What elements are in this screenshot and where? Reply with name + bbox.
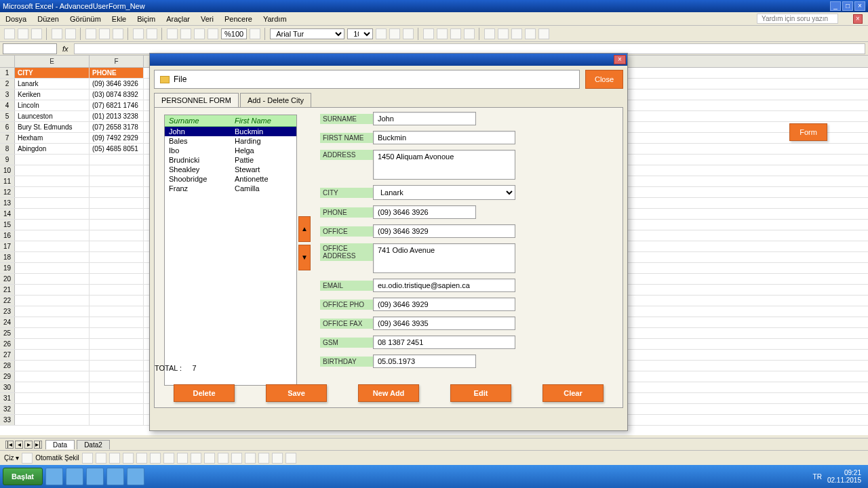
paste-icon[interactable]: [113, 28, 123, 39]
italic-icon[interactable]: [389, 28, 400, 39]
copy-icon[interactable]: [99, 28, 110, 39]
new-add-button[interactable]: New Add: [358, 384, 419, 402]
field-firstname[interactable]: [373, 131, 515, 144]
currency-icon[interactable]: [484, 28, 495, 39]
tab-nav-last-icon[interactable]: ▸|: [34, 441, 42, 449]
menu-araclar[interactable]: Araçlar: [166, 15, 190, 23]
picture-icon[interactable]: [177, 453, 188, 464]
menu-yardim[interactable]: Yardım: [263, 15, 287, 23]
preview-icon[interactable]: [65, 28, 76, 39]
field-office-address[interactable]: 741 Odio Avenue: [373, 243, 515, 273]
zoom-box[interactable]: %100: [221, 28, 247, 39]
linecolor-icon[interactable]: [204, 453, 215, 464]
field-email[interactable]: [373, 279, 515, 292]
font-name[interactable]: Arial Tur: [270, 28, 344, 39]
tab-personnel[interactable]: PERSONNEL FORM: [154, 93, 239, 107]
sheet-data2[interactable]: Data2: [77, 440, 110, 449]
sum-icon[interactable]: [167, 28, 178, 39]
align-right-icon[interactable]: [450, 28, 461, 39]
align-center-icon[interactable]: [437, 28, 448, 39]
taskbar-ie-icon[interactable]: [45, 468, 63, 485]
col-F[interactable]: F: [90, 56, 144, 67]
clipart-icon[interactable]: [163, 453, 174, 464]
field-birthday[interactable]: [373, 354, 476, 368]
list-item[interactable]: SheakleyStewart: [165, 165, 296, 174]
menu-veri[interactable]: Veri: [201, 15, 214, 23]
select-icon[interactable]: [22, 453, 33, 464]
field-city[interactable]: Lanark: [373, 185, 515, 200]
percent-icon[interactable]: [498, 28, 509, 39]
wordart-icon[interactable]: [150, 453, 161, 464]
open-icon[interactable]: [18, 28, 28, 39]
delete-button[interactable]: Delete: [174, 384, 235, 402]
field-address[interactable]: 1450 Aliquam Avonoue: [373, 150, 515, 180]
new-icon[interactable]: [4, 28, 15, 39]
arrow-icon[interactable]: [96, 453, 106, 464]
taskbar-chrome-icon[interactable]: [86, 468, 104, 485]
tab-nav-prev-icon[interactable]: ◂: [15, 441, 23, 449]
col-E[interactable]: E: [15, 56, 90, 67]
textbox-icon[interactable]: [136, 453, 147, 464]
linestyle-icon[interactable]: [231, 453, 242, 464]
line-icon[interactable]: [82, 453, 93, 464]
autoshapes-menu[interactable]: Otomatik Şekil: [35, 454, 79, 462]
field-surname[interactable]: [373, 112, 476, 125]
list-item[interactable]: BrudnickiPattie: [165, 155, 296, 165]
arrowstyle-icon[interactable]: [258, 453, 269, 464]
list-item[interactable]: BalesHarding: [165, 136, 296, 146]
sheet-data[interactable]: Data: [45, 440, 75, 449]
edit-button[interactable]: Edit: [450, 384, 511, 402]
fill-color-icon[interactable]: [525, 28, 536, 39]
oval-icon[interactable]: [123, 453, 134, 464]
spin-up-icon[interactable]: ▲: [298, 216, 311, 242]
sort-desc-icon[interactable]: [194, 28, 205, 39]
maximize-icon[interactable]: □: [842, 1, 853, 11]
name-box[interactable]: [3, 43, 57, 54]
field-phone[interactable]: [373, 205, 476, 219]
menu-ekle[interactable]: Ekle: [112, 15, 126, 23]
font-size[interactable]: 10: [347, 28, 373, 39]
save-button[interactable]: Save: [266, 384, 327, 402]
menu-bicim[interactable]: Biçim: [137, 15, 155, 23]
dashstyle-icon[interactable]: [245, 453, 256, 464]
menu-pencere[interactable]: Pencere: [224, 15, 252, 23]
align-left-icon[interactable]: [423, 28, 434, 39]
borders-icon[interactable]: [511, 28, 522, 39]
underline-icon[interactable]: [403, 28, 414, 39]
doc-close-icon[interactable]: ×: [853, 14, 863, 24]
list-item[interactable]: IboHelga: [165, 146, 296, 155]
sort-asc-icon[interactable]: [180, 28, 191, 39]
clear-button[interactable]: Clear: [542, 384, 604, 402]
file-box[interactable]: File: [154, 70, 580, 89]
tray-lang[interactable]: TR: [813, 473, 822, 481]
print-icon[interactable]: [52, 28, 62, 39]
spin-down-icon[interactable]: ▼: [298, 245, 311, 270]
field-gsm[interactable]: [373, 336, 515, 349]
taskbar-media-icon[interactable]: [127, 468, 144, 485]
select-all-corner[interactable]: [0, 56, 15, 67]
form-button[interactable]: Form: [789, 123, 827, 141]
shadow-icon[interactable]: [272, 453, 283, 464]
personnel-list[interactable]: Surname First Name JohnBuckminBalesHardi…: [164, 115, 297, 386]
field-office-pho[interactable]: [373, 298, 515, 311]
taskbar-explorer-icon[interactable]: [66, 468, 83, 485]
field-office-fax[interactable]: [373, 317, 515, 330]
list-item[interactable]: FranzCamilla: [165, 184, 296, 193]
start-button[interactable]: Başlat: [3, 468, 43, 485]
close-button[interactable]: Close: [585, 70, 623, 89]
taskbar-excel-icon[interactable]: [106, 468, 124, 485]
redo-icon[interactable]: [146, 28, 157, 39]
menu-duzen[interactable]: Düzen: [37, 15, 59, 23]
save-icon[interactable]: [31, 28, 42, 39]
rect-icon[interactable]: [109, 453, 120, 464]
chart-icon[interactable]: [208, 28, 218, 39]
list-item[interactable]: JohnBuckmin: [165, 127, 296, 136]
cut-icon[interactable]: [85, 28, 96, 39]
fillcolor2-icon[interactable]: [191, 453, 201, 464]
undo-icon[interactable]: [133, 28, 144, 39]
menu-dosya[interactable]: Dosya: [5, 15, 26, 23]
field-office[interactable]: [373, 224, 515, 238]
draw-menu[interactable]: Çiz ▾: [4, 454, 19, 462]
tab-nav-next-icon[interactable]: ▸: [24, 441, 33, 449]
help-icon[interactable]: [250, 28, 260, 39]
